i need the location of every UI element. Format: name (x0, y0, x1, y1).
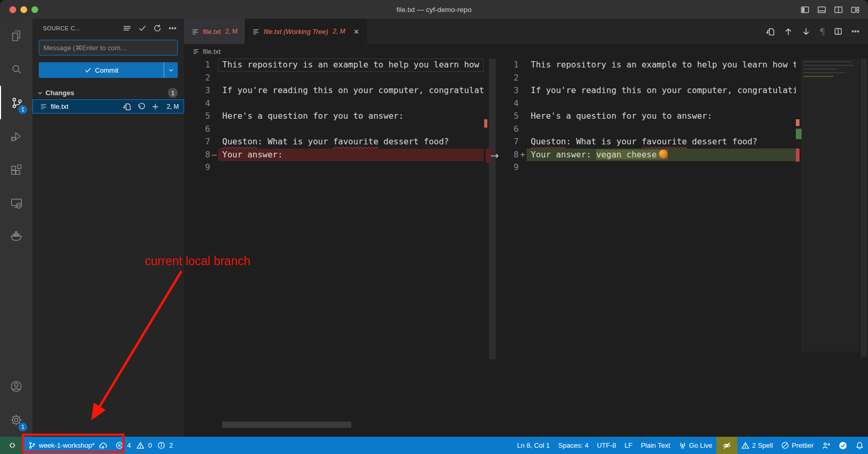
minimap[interactable] (796, 59, 868, 437)
problems-indicator[interactable]: 4 0 2 (111, 437, 177, 454)
ruler-mark (796, 119, 800, 126)
horizontal-scrollbar[interactable] (222, 422, 351, 428)
diff-modified-pane[interactable]: 1This repository is an example to help y… (498, 59, 868, 437)
code-line: 9 (184, 161, 498, 174)
customize-layout-icon[interactable] (851, 5, 860, 14)
git-branch-icon (28, 441, 36, 449)
source-control-icon[interactable]: 1 (0, 86, 32, 119)
diff-editor[interactable]: 1This repository is an example to help y… (184, 59, 868, 437)
remote-indicator[interactable] (0, 437, 24, 454)
chevron-down-icon (37, 89, 43, 96)
person-arrow-icon (822, 441, 830, 450)
commit-check-icon[interactable] (138, 24, 146, 32)
more-actions-icon[interactable] (168, 24, 177, 32)
notifications-button[interactable] (851, 437, 868, 454)
deleted-code-line: 8–Your answer: (184, 149, 498, 162)
minimize-window-button[interactable] (20, 6, 27, 13)
encoding[interactable]: UTF-8 (592, 437, 620, 454)
window-title: file.txt — cyf-demo-repo (396, 6, 471, 14)
more-actions-icon[interactable] (851, 27, 860, 36)
warning-count: 0 (148, 441, 152, 449)
window-controls (9, 0, 38, 19)
open-file-icon[interactable] (766, 27, 775, 36)
refresh-icon[interactable] (153, 24, 162, 32)
open-file-icon[interactable] (123, 103, 131, 111)
right-scrollbar[interactable] (861, 59, 867, 357)
explorer-icon[interactable] (0, 19, 32, 52)
changes-count-badge: 1 (168, 88, 178, 98)
ruler-mark (796, 129, 802, 139)
code-line: 4 (184, 97, 498, 110)
go-live-button[interactable]: Go Live (675, 437, 717, 454)
source-control-badge: 1 (18, 105, 27, 114)
visibility-toggle[interactable] (716, 437, 737, 454)
tab-decoration: 2, M (333, 28, 345, 35)
toggle-panel-icon[interactable] (817, 5, 826, 14)
sidebar-title: SOURCE C... (43, 25, 81, 31)
errors-icon (116, 441, 123, 449)
commit-button[interactable]: Commit (39, 62, 178, 78)
bell-icon (855, 441, 864, 450)
code-line: 1This repository is an example to help y… (184, 59, 498, 72)
breadcrumb-file-name: file.txt (203, 48, 221, 55)
file-decoration: 2, M (167, 103, 179, 110)
changes-label: Changes (45, 89, 74, 97)
feedback-button[interactable] (818, 437, 835, 454)
commit-message-input[interactable] (39, 40, 178, 55)
broadcast-icon (679, 441, 687, 449)
info-count: 2 (169, 441, 173, 449)
tab-label: file.txt (203, 28, 221, 36)
titlebar: file.txt — cyf-demo-repo (0, 0, 868, 19)
info-icon (157, 441, 165, 449)
previous-change-icon[interactable] (784, 27, 793, 36)
search-icon[interactable] (0, 52, 32, 86)
zoom-window-button[interactable] (31, 6, 38, 13)
code-line: 5Here's a question for you to answer: (184, 110, 498, 123)
next-change-icon[interactable] (802, 27, 810, 36)
status-bar: week-1-workshop* 4 0 2 Ln 8, Col 1 Space… (0, 437, 868, 454)
split-editor-icon[interactable] (834, 27, 842, 36)
changes-section-header[interactable]: Changes 1 (32, 86, 184, 99)
tab-file-txt[interactable]: file.txt 2, M (184, 19, 245, 44)
extensions-icon[interactable] (0, 153, 32, 186)
accounts-icon[interactable] (0, 370, 32, 403)
diff-original-pane[interactable]: 1This repository is an example to help y… (184, 59, 498, 437)
stage-changes-icon[interactable] (151, 103, 159, 111)
breadcrumb[interactable]: file.txt (184, 44, 868, 59)
warnings-icon (136, 441, 144, 449)
view-as-list-icon[interactable] (123, 24, 131, 32)
toggle-sidebar-icon[interactable] (801, 5, 809, 14)
commit-dropdown-button[interactable] (164, 62, 178, 78)
eye-slash-icon (723, 441, 731, 450)
commit-button-label: Commit (95, 66, 119, 74)
left-scrollbar[interactable] (484, 59, 498, 437)
remote-explorer-icon[interactable] (0, 186, 32, 220)
close-window-button[interactable] (9, 6, 16, 13)
file-lines-icon (192, 48, 200, 55)
run-debug-icon[interactable] (0, 119, 32, 153)
branch-indicator[interactable]: week-1-workshop* (24, 437, 111, 454)
remote-icon (8, 441, 16, 449)
cursor-position[interactable]: Ln 8, Col 1 (513, 437, 554, 454)
settings-badge: 1 (18, 423, 27, 432)
docker-icon[interactable] (0, 220, 32, 253)
checks-passed-indicator[interactable] (835, 437, 851, 454)
whitespace-pilcrow-icon[interactable]: ¶ (819, 26, 825, 37)
indentation[interactable]: Spaces: 4 (554, 437, 593, 454)
changed-file-row[interactable]: file.txt 2, M (32, 99, 184, 114)
settings-gear-icon[interactable]: 1 (0, 403, 32, 437)
close-tab-icon[interactable] (353, 28, 360, 35)
spell-checker-status[interactable]: 2 Spell (737, 437, 777, 454)
diff-revert-arrow-icon[interactable]: → (490, 150, 499, 161)
deletion-ruler-mark (484, 119, 487, 128)
split-layout-icon[interactable] (834, 5, 843, 14)
ruler-mark (796, 149, 800, 162)
discard-changes-icon[interactable] (137, 103, 145, 111)
code-line: 7Queston: What is your favourite dessert… (184, 135, 498, 149)
language-mode[interactable]: Plain Text (636, 437, 674, 454)
eol-sequence[interactable]: LF (620, 437, 636, 454)
vscode-window: file.txt — cyf-demo-repo 1 1 (0, 0, 868, 454)
prettier-status[interactable]: Prettier (777, 437, 818, 454)
tab-bar: file.txt 2, M file.txt (Working Tree) 2,… (184, 19, 868, 44)
tab-file-txt-working-tree[interactable]: file.txt (Working Tree) 2, M (245, 19, 367, 44)
